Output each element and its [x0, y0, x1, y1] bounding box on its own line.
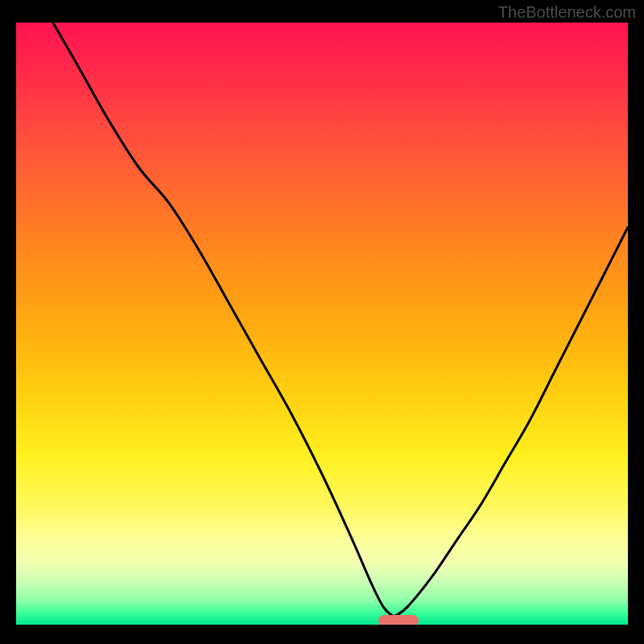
chart-frame: TheBottleneck.com — [0, 0, 644, 644]
bottleneck-curve — [16, 23, 628, 625]
watermark-text: TheBottleneck.com — [498, 3, 636, 22]
plot-area — [16, 23, 628, 625]
curve-path — [53, 23, 628, 617]
optimal-marker — [378, 615, 419, 625]
